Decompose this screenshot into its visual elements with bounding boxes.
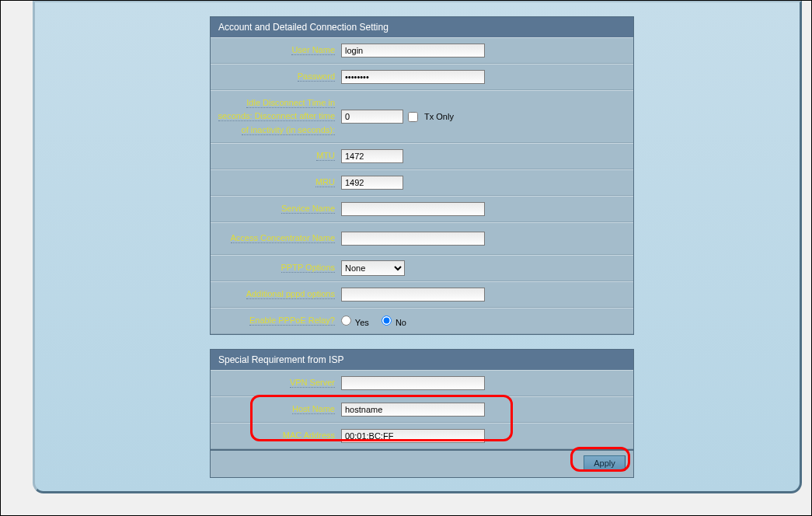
service-name-label: Service Name [281,204,335,214]
row-password: Password [211,64,633,90]
service-name-input[interactable] [341,202,485,216]
relay-label: Enable PPPoE Relay? [249,316,335,326]
host-input[interactable] [341,403,485,417]
relay-yes-option[interactable]: Yes [341,316,369,327]
password-input[interactable] [341,70,485,84]
row-service-name: Service Name [211,196,633,222]
main-panel: Account and Detailed Connection Setting … [33,1,802,493]
tx-only-checkbox[interactable] [408,112,418,122]
host-label: Host Name [292,404,335,414]
ac-name-label: Access Concentrator Name [231,233,336,243]
pppd-input[interactable] [341,288,485,302]
vpn-label: VPN Server [290,378,335,388]
relay-no-option[interactable]: No [382,316,406,327]
isp-section-header: Special Requirement from ISP [211,350,633,370]
button-bar: Apply [210,450,634,478]
mac-input[interactable] [341,429,485,443]
vpn-input[interactable] [341,376,485,390]
row-vpn: VPN Server [211,370,633,396]
mtu-input[interactable] [341,149,403,163]
mac-label: MAC Address [283,431,335,441]
pptp-select[interactable]: None [341,260,405,276]
row-mru: MRU [211,169,633,196]
row-mac: MAC Address [211,423,633,449]
relay-no-radio[interactable] [382,316,392,326]
user-name-input[interactable] [341,44,485,58]
ac-name-input[interactable] [341,232,485,246]
password-label: Password [298,71,335,82]
mtu-label: MTU [316,151,335,161]
isp-section: Special Requirement from ISP VPN Server … [210,349,634,450]
idle-input[interactable] [341,110,403,124]
form-area: Account and Detailed Connection Setting … [210,16,634,478]
pppd-label: Additional pppd options [246,289,335,299]
row-idle: Idle Disconnect Time in seconds: Disconn… [211,90,633,143]
user-name-label: User Name [291,45,335,55]
pptp-label: PPTP Options [281,263,336,273]
row-ac-name: Access Concentrator Name [211,222,633,255]
account-section: Account and Detailed Connection Setting … [210,16,634,335]
mru-label: MRU [315,177,335,187]
row-pppd: Additional pppd options [211,281,633,308]
idle-label: Idle Disconnect Time in seconds: Disconn… [218,98,335,134]
row-mtu: MTU [211,143,633,169]
relay-yes-radio[interactable] [341,316,351,326]
mru-input[interactable] [341,176,403,190]
account-section-header: Account and Detailed Connection Setting [211,17,633,37]
row-user-name: User Name [211,37,633,64]
tx-only-label: Tx Only [424,112,454,121]
row-host: Host Name [211,396,633,423]
row-relay: Enable PPPoE Relay? Yes No [211,308,633,334]
apply-button[interactable]: Apply [584,455,626,471]
row-pptp: PPTP Options None [211,255,633,281]
